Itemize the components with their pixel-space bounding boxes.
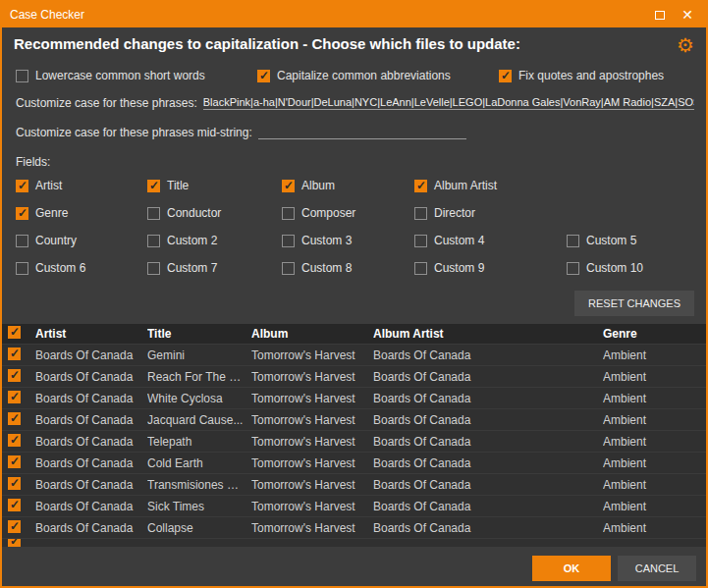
option-capitalize-abbreviations[interactable]: Capitalize common abbreviations [257, 69, 499, 82]
table-row[interactable]: Boards Of Canada Reach For The De... Tom… [2, 366, 706, 388]
field-custom-9[interactable]: Custom 9 [414, 261, 567, 275]
files-table: Artist Title Album Album Artist Genre Bo… [2, 324, 706, 551]
cell-title: Transmisiones Fe... [147, 478, 251, 492]
column-header-artist[interactable]: Artist [35, 327, 147, 341]
row-checkbox[interactable] [8, 477, 21, 490]
fields-row-1: Artist Title Album Album Artist [16, 179, 694, 192]
cell-title: White Cyclosa [147, 392, 251, 405]
column-header-album-artist[interactable]: Album Artist [373, 327, 603, 341]
field-label: Custom 5 [586, 234, 636, 247]
table-row-partial[interactable] [2, 539, 706, 547]
cell-album: Tomorrow's Harvest [251, 413, 373, 427]
checkbox[interactable] [16, 235, 28, 247]
midstring-input[interactable] [258, 124, 466, 139]
field-album-artist[interactable]: Album Artist [414, 179, 567, 192]
cell-genre: Ambient [603, 392, 706, 405]
row-checkbox[interactable] [8, 369, 21, 382]
field-label: Composer [301, 206, 355, 220]
cancel-button[interactable]: CANCEL [618, 556, 696, 581]
table-row[interactable]: Boards Of Canada Telepath Tomorrow's Har… [2, 431, 706, 453]
field-artist[interactable]: Artist [16, 179, 147, 192]
field-custom-8[interactable]: Custom 8 [282, 261, 414, 275]
table-row[interactable]: Boards Of Canada Gemini Tomorrow's Harve… [2, 345, 706, 366]
column-header-genre[interactable]: Genre [603, 327, 706, 341]
checkbox[interactable] [282, 180, 295, 192]
cell-genre: Ambient [603, 500, 706, 513]
window-title: Case Checker [10, 8, 643, 22]
table-row[interactable]: Boards Of Canada Jacquard Cause... Tomor… [2, 409, 706, 431]
close-button[interactable]: ✕ [677, 5, 698, 25]
row-checkbox[interactable] [8, 499, 21, 511]
checkbox[interactable] [414, 207, 427, 220]
table-row[interactable]: Boards Of Canada Cold Earth Tomorrow's H… [2, 453, 706, 474]
row-checkbox[interactable] [8, 455, 21, 468]
checkbox[interactable] [16, 180, 28, 192]
cell-title: Reach For The De... [147, 370, 251, 384]
checkbox[interactable] [414, 180, 427, 192]
midstring-label: Customize case for these phrases mid-str… [16, 126, 252, 139]
field-composer[interactable]: Composer [282, 206, 414, 220]
row-checkbox[interactable] [8, 539, 21, 547]
field-custom-4[interactable]: Custom 4 [414, 234, 567, 247]
field-label: Country [35, 234, 77, 247]
cell-album: Tomorrow's Harvest [251, 478, 373, 492]
checkbox[interactable] [16, 70, 28, 82]
field-label: Custom 9 [434, 261, 484, 275]
maximize-button[interactable] [649, 5, 671, 25]
checkbox[interactable] [499, 70, 512, 82]
checkbox[interactable] [414, 235, 427, 247]
ok-button[interactable]: OK [532, 556, 611, 581]
checkbox[interactable] [147, 207, 160, 220]
table-row[interactable]: Boards Of Canada Sick Times Tomorrow's H… [2, 496, 706, 517]
titlebar: Case Checker ✕ [2, 2, 706, 27]
checkbox[interactable] [16, 262, 28, 275]
select-all-checkbox[interactable] [8, 326, 21, 339]
cell-title: Cold Earth [147, 456, 251, 470]
checkbox[interactable] [147, 262, 160, 275]
row-checkbox[interactable] [8, 391, 21, 403]
field-label: Title [167, 179, 189, 192]
field-title[interactable]: Title [147, 179, 282, 192]
checkbox[interactable] [147, 180, 160, 192]
field-conductor[interactable]: Conductor [147, 206, 282, 220]
cell-album: Tomorrow's Harvest [251, 348, 373, 362]
option-lowercase-short-words[interactable]: Lowercase common short words [16, 69, 257, 82]
checkbox[interactable] [414, 262, 427, 275]
reset-changes-button[interactable]: RESET CHANGES [574, 291, 694, 316]
checkbox[interactable] [567, 262, 579, 275]
field-label: Custom 8 [301, 261, 352, 275]
field-custom-3[interactable]: Custom 3 [282, 234, 414, 247]
checkbox[interactable] [282, 262, 295, 275]
gear-icon[interactable]: ⚙ [677, 35, 694, 55]
row-checkbox[interactable] [8, 412, 21, 425]
table-row[interactable]: Boards Of Canada Collapse Tomorrow's Har… [2, 517, 706, 539]
cell-artist: Boards Of Canada [35, 348, 147, 362]
cell-album-artist: Boards Of Canada [373, 478, 603, 492]
row-checkbox[interactable] [8, 520, 21, 533]
phrases-input[interactable] [203, 94, 694, 110]
checkbox[interactable] [567, 235, 579, 247]
field-custom-10[interactable]: Custom 10 [567, 261, 694, 275]
row-checkbox[interactable] [8, 434, 21, 447]
cell-genre: Ambient [603, 348, 706, 362]
field-custom-5[interactable]: Custom 5 [567, 234, 694, 247]
field-genre[interactable]: Genre [16, 206, 147, 220]
field-custom-6[interactable]: Custom 6 [16, 261, 147, 275]
field-director[interactable]: Director [414, 206, 567, 220]
field-custom-7[interactable]: Custom 7 [147, 261, 282, 275]
checkbox[interactable] [282, 207, 295, 220]
field-album[interactable]: Album [282, 179, 414, 192]
checkbox[interactable] [16, 207, 28, 220]
column-header-album[interactable]: Album [251, 327, 373, 341]
option-fix-quotes[interactable]: Fix quotes and apostrophes [499, 69, 694, 82]
column-header-title[interactable]: Title [147, 327, 251, 341]
checkbox[interactable] [257, 70, 270, 82]
table-row[interactable]: Boards Of Canada White Cyclosa Tomorrow'… [2, 388, 706, 409]
field-country[interactable]: Country [16, 234, 147, 247]
cell-title: Telepath [147, 435, 251, 449]
row-checkbox[interactable] [8, 347, 21, 360]
field-custom-2[interactable]: Custom 2 [147, 234, 282, 247]
checkbox[interactable] [147, 235, 160, 247]
checkbox[interactable] [282, 235, 295, 247]
table-row[interactable]: Boards Of Canada Transmisiones Fe... Tom… [2, 474, 706, 496]
